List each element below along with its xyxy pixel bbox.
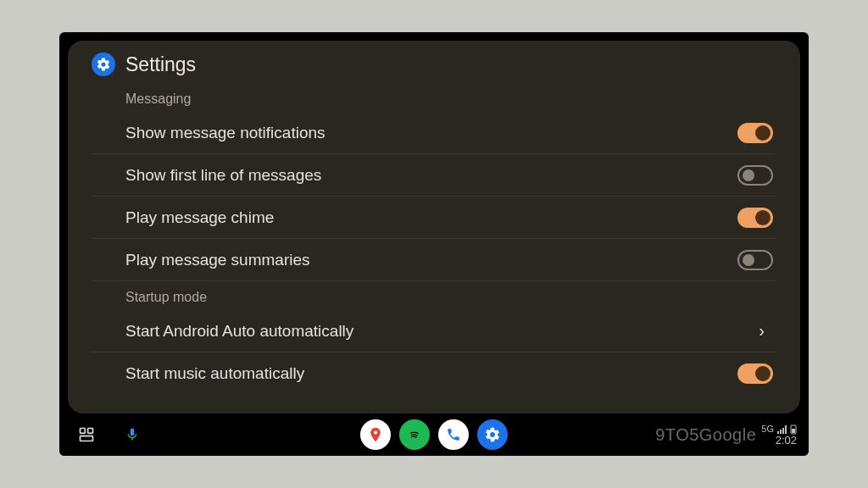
app-spotify-icon[interactable]: [399, 419, 430, 450]
row-label: Show first line of messages: [125, 166, 321, 185]
row-label: Show message notifications: [125, 124, 326, 142]
network-label: 5G: [761, 424, 774, 434]
panel-title: Settings: [125, 53, 196, 76]
row-label: Start Android Auto automatically: [125, 322, 353, 341]
watermark-text: 9TO5Google: [655, 425, 756, 445]
svg-rect-0: [81, 429, 86, 434]
nav-right: 9TO5Google 5G 2:02: [655, 424, 797, 446]
row-label: Play message chime: [125, 208, 274, 227]
navigation-bar: 9TO5Google 5G 2:02: [59, 413, 809, 456]
svg-rect-1: [88, 429, 93, 434]
svg-rect-2: [81, 436, 93, 441]
signal-icon: [777, 425, 787, 434]
device-frame: Settings Messaging Show message notifica…: [59, 32, 809, 456]
row-start-music[interactable]: Start music automatically: [92, 352, 776, 395]
section-label-startup: Startup mode: [92, 281, 776, 310]
row-show-notifications[interactable]: Show message notifications: [92, 112, 776, 154]
panel-header: Settings: [92, 53, 776, 83]
toggle-play-chime[interactable]: [737, 208, 773, 228]
svg-point-3: [374, 430, 377, 434]
nav-left: [71, 419, 147, 450]
battery-icon: [790, 424, 797, 435]
svg-rect-6: [792, 429, 795, 433]
app-settings-icon[interactable]: [477, 419, 508, 450]
app-launcher-icon[interactable]: [71, 419, 102, 450]
app-phone-icon[interactable]: [438, 419, 469, 450]
row-label: Start music automatically: [125, 364, 304, 383]
row-label: Play message summaries: [125, 251, 310, 269]
app-maps-icon[interactable]: [360, 419, 391, 450]
settings-gear-icon: [92, 53, 115, 76]
chevron-right-icon: ›: [759, 321, 773, 341]
toggle-show-first-line[interactable]: [737, 165, 773, 186]
clock-text: 2:02: [776, 435, 797, 446]
row-play-summaries[interactable]: Play message summaries: [92, 239, 776, 281]
toggle-show-notifications[interactable]: [737, 123, 773, 143]
toggle-play-summaries[interactable]: [737, 250, 773, 270]
toggle-start-music[interactable]: [737, 363, 773, 384]
section-label-messaging: Messaging: [92, 83, 776, 112]
nav-center-apps: [360, 419, 508, 450]
row-show-first-line[interactable]: Show first line of messages: [92, 154, 776, 197]
microphone-icon[interactable]: [117, 419, 147, 450]
settings-panel: Settings Messaging Show message notifica…: [68, 41, 800, 413]
status-area: 5G 2:02: [761, 424, 797, 446]
row-play-chime[interactable]: Play message chime: [92, 197, 776, 239]
row-start-android-auto[interactable]: Start Android Auto automatically ›: [92, 310, 776, 352]
